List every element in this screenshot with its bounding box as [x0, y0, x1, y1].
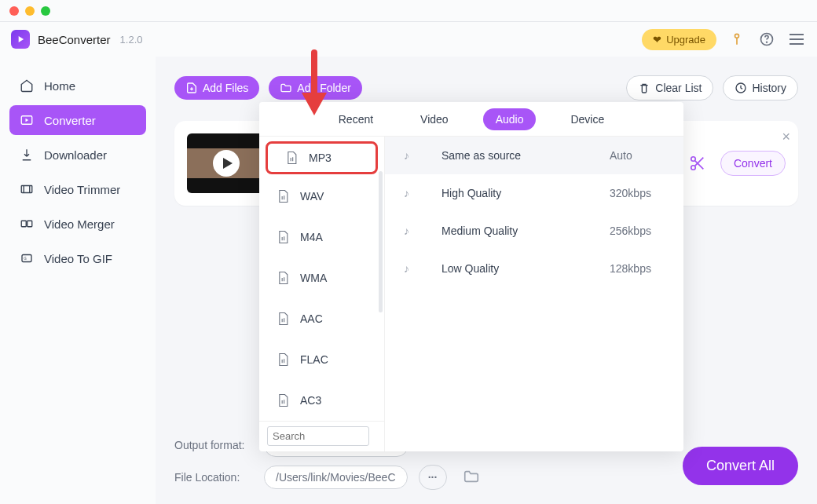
- gif-icon: G: [19, 251, 35, 265]
- file-location-label: File Location:: [174, 471, 253, 484]
- format-label: M4A: [300, 231, 323, 243]
- music-icon: ♪: [404, 187, 418, 199]
- quality-name: Same as source: [441, 149, 586, 162]
- history-label: History: [752, 82, 786, 94]
- format-item-aac[interactable]: AAC: [259, 298, 384, 339]
- add-files-button[interactable]: Add Files: [174, 76, 259, 100]
- add-files-label: Add Files: [203, 82, 248, 94]
- trash-icon: [638, 82, 650, 94]
- quality-row-high[interactable]: ♪ High Quality 320kbps: [385, 174, 683, 212]
- quality-rate: 128kbps: [610, 262, 665, 275]
- convert-label: Convert: [734, 157, 772, 170]
- svg-text:G: G: [24, 257, 27, 261]
- trimmer-icon: [19, 182, 35, 196]
- format-label: MP3: [309, 152, 332, 164]
- trim-button[interactable]: [686, 152, 709, 175]
- tab-video[interactable]: Video: [408, 108, 461, 130]
- download-icon: [19, 148, 35, 162]
- close-window-icon[interactable]: [9, 6, 19, 16]
- video-thumbnail[interactable]: [187, 133, 266, 193]
- svg-point-12: [691, 166, 696, 170]
- sidebar-item-converter[interactable]: Converter: [9, 105, 146, 135]
- sidebar-item-label: Video Merger: [44, 217, 115, 231]
- format-item-wma[interactable]: WMA: [259, 257, 384, 298]
- convert-all-button[interactable]: Convert All: [683, 447, 798, 485]
- upgrade-button[interactable]: ❤ Upgrade: [642, 29, 716, 50]
- quality-name: Low Quality: [441, 262, 586, 275]
- sidebar-item-video-trimmer[interactable]: Video Trimmer: [9, 174, 146, 204]
- clear-list-button[interactable]: Clear List: [626, 75, 713, 100]
- open-folder-button[interactable]: [463, 468, 480, 488]
- svg-rect-5: [21, 221, 26, 227]
- format-label: AAC: [300, 312, 323, 325]
- quality-name: Medium Quality: [441, 225, 586, 237]
- format-label: AC3: [300, 394, 321, 407]
- add-file-icon: [185, 82, 198, 94]
- scrollbar[interactable]: [379, 171, 383, 312]
- format-label: WMA: [300, 272, 327, 284]
- quality-rate: 320kbps: [610, 187, 665, 199]
- maximize-window-icon[interactable]: [41, 6, 50, 16]
- format-item-wav[interactable]: WAV: [259, 176, 384, 217]
- sidebar-item-downloader[interactable]: Downloader: [9, 140, 146, 170]
- svg-point-2: [767, 42, 768, 42]
- app-toolbar: BeeConverter 1.2.0 ❤ Upgrade: [0, 22, 817, 57]
- format-search-input[interactable]: [267, 426, 369, 446]
- output-format-label: Output format:: [174, 439, 253, 451]
- sidebar-item-label: Converter: [44, 114, 96, 127]
- upgrade-label: Upgrade: [666, 34, 705, 46]
- tab-recent[interactable]: Recent: [326, 108, 386, 130]
- music-icon: ♪: [404, 262, 418, 275]
- sidebar-item-video-merger[interactable]: Video Merger: [9, 209, 146, 239]
- home-icon: [19, 79, 35, 93]
- quality-row-medium[interactable]: ♪ Medium Quality 256kbps: [385, 212, 683, 250]
- music-icon: ♪: [404, 149, 418, 162]
- history-icon: [735, 82, 747, 94]
- music-icon: ♪: [404, 225, 418, 237]
- format-picker-popup: Recent Video Audio Device MP3 WAV M4A WM…: [259, 102, 683, 451]
- menu-icon[interactable]: [787, 30, 806, 49]
- svg-point-11: [691, 157, 696, 162]
- converter-icon: [19, 113, 35, 127]
- add-folder-icon: [280, 82, 292, 94]
- window-controls: [9, 6, 50, 16]
- file-location-field[interactable]: /Users/link/Movies/BeeC: [264, 466, 408, 489]
- sidebar: Home Converter Downloader Video Trimmer …: [0, 57, 156, 504]
- add-folder-label: Add Folder: [297, 82, 350, 94]
- history-button[interactable]: History: [723, 75, 798, 100]
- heart-icon: ❤: [653, 34, 661, 46]
- merger-icon: [19, 217, 35, 231]
- svg-point-0: [735, 34, 739, 38]
- sidebar-item-home[interactable]: Home: [9, 71, 146, 100]
- quality-list: ♪ Same as source Auto ♪ High Quality 320…: [385, 137, 683, 451]
- quality-rate: 256kbps: [610, 225, 665, 237]
- sidebar-item-label: Video Trimmer: [44, 183, 120, 196]
- app-version: 1.2.0: [120, 34, 143, 46]
- format-label: FLAC: [300, 353, 328, 366]
- sidebar-item-label: Home: [44, 79, 75, 93]
- format-item-mp3[interactable]: MP3: [266, 141, 378, 174]
- format-item-m4a[interactable]: M4A: [259, 217, 384, 257]
- play-icon[interactable]: [213, 150, 240, 177]
- file-location-value: /Users/link/Movies/BeeC: [276, 471, 396, 484]
- convert-button[interactable]: Convert: [720, 151, 786, 176]
- add-folder-button[interactable]: Add Folder: [269, 76, 361, 100]
- app-name: BeeConverter: [38, 33, 111, 46]
- close-icon[interactable]: ×: [782, 129, 790, 145]
- minimize-window-icon[interactable]: [25, 6, 35, 16]
- titlebar: [0, 0, 817, 22]
- account-icon[interactable]: [727, 30, 746, 49]
- svg-rect-4: [21, 186, 32, 193]
- convert-all-label: Convert All: [706, 458, 775, 473]
- app-logo-icon: [11, 30, 30, 49]
- quality-row-low[interactable]: ♪ Low Quality 128kbps: [385, 250, 683, 287]
- tab-audio[interactable]: Audio: [483, 108, 537, 130]
- more-button[interactable]: ···: [419, 465, 447, 490]
- help-icon[interactable]: [757, 30, 776, 49]
- format-item-flac[interactable]: FLAC: [259, 339, 384, 380]
- format-item-ac3[interactable]: AC3: [259, 380, 384, 421]
- sidebar-item-video-to-gif[interactable]: G Video To GIF: [9, 243, 146, 273]
- format-list: MP3 WAV M4A WMA AAC FLAC: [259, 137, 385, 451]
- quality-row-same-as-source[interactable]: ♪ Same as source Auto: [385, 137, 683, 174]
- tab-device[interactable]: Device: [558, 108, 617, 130]
